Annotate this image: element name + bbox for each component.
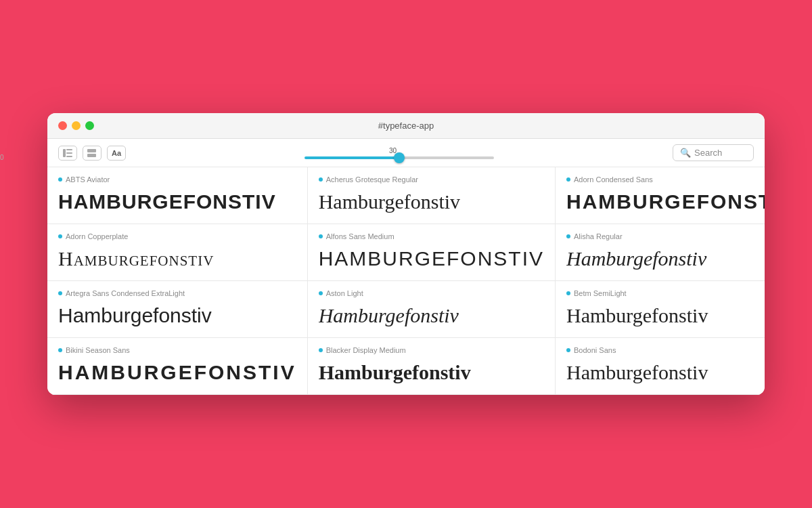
font-cell[interactable]: Acherus Grotesque RegularHamburgefonstiv <box>308 167 556 224</box>
font-dot-icon <box>319 291 323 295</box>
font-cell[interactable]: Alfons Sans MediumHAMBURGEFONSTIV <box>308 224 556 281</box>
font-name-label: Acherus Grotesque Regular <box>319 175 544 184</box>
font-name-text: Acherus Grotesque Regular <box>326 175 418 184</box>
font-name-text: ABTS Aviator <box>66 175 110 184</box>
font-name-text: Betm SemiLight <box>574 289 627 297</box>
sidebar-toggle-icon[interactable] <box>58 146 77 161</box>
maximize-button[interactable] <box>85 121 94 130</box>
font-name-text: Adorn Copperplate <box>66 232 128 240</box>
font-name-label: Artegra Sans Condensed ExtraLight <box>58 289 296 297</box>
font-cell[interactable]: Artegra Sans Condensed ExtraLightHamburg… <box>47 281 308 338</box>
close-button[interactable] <box>58 121 67 130</box>
app-window: #typeface-app Aa <box>47 113 765 395</box>
traffic-lights <box>58 121 94 130</box>
font-dot-icon <box>566 291 570 295</box>
svg-rect-0 <box>63 149 66 157</box>
svg-rect-5 <box>87 154 96 157</box>
search-icon: 🔍 <box>680 148 691 158</box>
font-name-label: Alisha Regular <box>566 232 765 240</box>
font-preview-text: HAMBURGEFONSTIV <box>566 190 765 213</box>
font-cell[interactable]: Adorn CopperplateHamburgefonstiv <box>47 224 308 281</box>
toolbar-icons: Aa <box>58 146 126 161</box>
font-size-slider[interactable] <box>304 156 494 159</box>
font-cell[interactable]: Alisha RegularHamburgefonstiv <box>556 224 765 281</box>
font-preview-text: Hamburgefonstiv <box>566 304 765 326</box>
font-name-text: Bodoni Sans <box>574 346 616 354</box>
slider-labels: 30 <box>294 147 504 156</box>
font-cell[interactable]: ABTS AviatorHamburgefonstiv <box>47 167 308 224</box>
font-cell[interactable]: Betm SemiLightHamburgefonstiv <box>556 281 765 338</box>
font-dot-icon <box>58 348 62 352</box>
font-dot-icon <box>566 234 570 238</box>
font-name-text: Aston Light <box>326 289 363 297</box>
font-name-text: Alisha Regular <box>574 232 623 240</box>
font-dot-icon <box>58 291 62 295</box>
svg-rect-2 <box>66 152 72 154</box>
font-cell[interactable]: Adorn Condensed SansHAMBURGEFONSTIV <box>556 167 765 224</box>
font-name-text: Adorn Condensed Sans <box>574 175 653 184</box>
font-dot-icon <box>566 348 570 352</box>
font-dot-icon <box>319 234 323 238</box>
font-name-text: Artegra Sans Condensed ExtraLight <box>66 289 185 297</box>
font-name-text: Blacker Display Medium <box>326 346 406 354</box>
font-preview-text: Hamburgefonstiv <box>319 190 544 213</box>
font-dot-icon <box>319 348 323 352</box>
font-name-label: Adorn Copperplate <box>58 232 296 240</box>
search-box[interactable]: 🔍 Search <box>673 144 754 161</box>
font-dot-icon <box>58 177 62 182</box>
font-dot-icon <box>566 177 570 182</box>
search-label: Search <box>694 148 722 158</box>
font-preview-text: Hamburgefonstiv <box>566 361 765 383</box>
font-name-text: Alfons Sans Medium <box>326 232 394 240</box>
font-dot-icon <box>58 234 62 238</box>
font-preview-text: Hamburgefonstiv <box>58 247 296 270</box>
svg-rect-4 <box>87 149 96 152</box>
font-name-text: Bikini Season Sans <box>66 346 130 354</box>
font-cell[interactable]: Bodoni SansHamburgefonstiv <box>556 338 765 395</box>
font-preview-text: Hamburgefonstiv <box>58 190 296 213</box>
slider-row: 0 <box>304 156 494 159</box>
minimize-button[interactable] <box>72 121 81 130</box>
font-name-label: Aston Light <box>319 289 544 297</box>
font-preview-text: Hamburgefonstiv <box>58 304 296 326</box>
font-cell[interactable]: Aston LightHamburgefonstiv <box>308 281 556 338</box>
font-preview-text: Hamburgefonstiv <box>319 361 544 383</box>
font-name-label: ABTS Aviator <box>58 175 296 184</box>
font-name-label: Bodoni Sans <box>566 346 765 354</box>
font-preview-text: HAMBURGEFONSTIV <box>319 247 544 270</box>
window-title: #typeface-app <box>378 121 434 131</box>
titlebar: #typeface-app <box>47 113 765 139</box>
font-preview-text: HAMBURGEFONSTIV <box>58 361 296 383</box>
font-name-label: Betm SemiLight <box>566 289 765 297</box>
font-grid: ABTS AviatorHamburgefonstivAcherus Grote… <box>47 167 765 395</box>
font-preview-text: Hamburgefonstiv <box>319 304 544 326</box>
font-cell[interactable]: Bikini Season SansHAMBURGEFONSTIV <box>47 338 308 395</box>
font-name-label: Blacker Display Medium <box>319 346 544 354</box>
svg-rect-3 <box>66 156 72 157</box>
font-size-icon[interactable]: Aa <box>107 146 126 161</box>
slider-max-label: 30 <box>389 147 397 154</box>
font-name-label: Alfons Sans Medium <box>319 232 544 240</box>
font-preview-text: Hamburgefonstiv <box>566 247 765 270</box>
font-dot-icon <box>319 177 323 182</box>
font-name-label: Bikini Season Sans <box>58 346 296 354</box>
font-cell[interactable]: Blacker Display MediumHamburgefonstiv <box>308 338 556 395</box>
layout-icon[interactable] <box>83 146 102 161</box>
font-name-label: Adorn Condensed Sans <box>566 175 765 184</box>
toolbar: Aa 30 0 🔍 Search <box>47 139 765 167</box>
font-size-slider-section: 30 0 <box>133 147 666 159</box>
svg-rect-1 <box>66 149 72 150</box>
